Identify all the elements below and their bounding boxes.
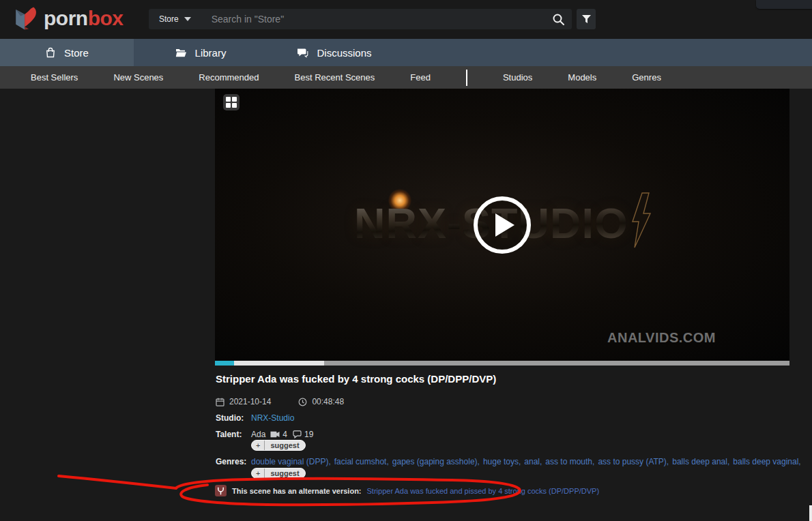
tab-discussions-label: Discussions (317, 47, 371, 59)
genre-comma: , (798, 457, 800, 466)
genre-comma: , (592, 457, 594, 466)
search-input[interactable] (199, 14, 545, 25)
plus-icon: + (252, 468, 265, 478)
scene-page: NRX-STUDIO ANALVIDS.COM Stripper Ada was… (215, 89, 812, 521)
chevron-down-icon (184, 17, 191, 21)
comment-bubble-icon (293, 430, 302, 438)
tab-library[interactable]: Library (134, 39, 267, 66)
search-bar: Store (149, 9, 572, 29)
studio-row: Studio: NRX-Studio (216, 413, 294, 423)
genre-comma: , (328, 457, 330, 466)
subnav-divider (466, 70, 467, 86)
lightning-bolt-icon (630, 192, 653, 249)
video-player[interactable]: NRX-STUDIO ANALVIDS.COM (215, 89, 789, 366)
subnav-link[interactable]: Best Sellers (31, 72, 78, 83)
top-header: pornbox Store (0, 0, 812, 39)
brand-logo-text: pornbox (44, 7, 124, 30)
scene-title: Stripper Ada was fucked by 4 strong cock… (216, 373, 496, 385)
filter-button[interactable] (577, 9, 596, 29)
suggest-genre-button[interactable]: + suggest (251, 468, 306, 479)
play-icon (495, 213, 514, 237)
genres-label: Genres: (216, 457, 251, 466)
grid-view-button[interactable] (223, 94, 240, 110)
fork-icon (215, 485, 227, 496)
search-scope-label: Store (159, 14, 179, 24)
search-icon (552, 13, 565, 26)
genre-link[interactable]: ass to mouth (545, 457, 592, 466)
speech-bubble-icon (297, 48, 308, 58)
talent-scene-count: 4 (282, 430, 287, 439)
talent-comment-count: 19 (304, 430, 313, 439)
shopping-bag-icon (45, 47, 56, 58)
subnav-link[interactable]: Feed (410, 72, 431, 83)
subnav-link[interactable]: Best Recent Scenes (295, 72, 375, 83)
subnav-left-group: Best SellersNew ScenesRecommendedBest Re… (31, 72, 431, 83)
search-button[interactable] (545, 9, 572, 29)
genres-list: double vaginal (DPP),facial cumshot,gape… (251, 457, 800, 466)
subnav-link[interactable]: Genres (632, 72, 661, 83)
genre-comma: , (667, 457, 669, 466)
subnav-link[interactable]: Recommended (199, 72, 259, 83)
release-date: 2021-10-14 (229, 397, 271, 406)
studio-label: Studio: (216, 413, 251, 423)
genre-comma: , (519, 457, 521, 466)
genre-comma: , (540, 457, 542, 466)
subnav-link[interactable]: Studios (503, 72, 532, 83)
subnav-link[interactable]: Models (568, 72, 596, 83)
alternate-version-notice: This scene has an alternate version: Str… (215, 485, 599, 496)
plus-icon: + (252, 441, 265, 450)
progress-played (215, 361, 234, 366)
clock-icon (298, 398, 307, 406)
funnel-icon (581, 14, 592, 25)
video-camera-icon (270, 431, 280, 438)
genre-link[interactable]: double vaginal (DPP) (251, 457, 328, 466)
top-right-panel (756, 0, 812, 9)
progress-buffered (234, 361, 324, 366)
genre-comma: , (478, 457, 480, 466)
genre-link[interactable]: facial cumshot (334, 457, 387, 466)
video-progress-bar[interactable] (215, 361, 789, 366)
duration-group: 00:48:48 (298, 397, 344, 406)
suggest-talent-button[interactable]: + suggest (251, 440, 306, 451)
subnav-right-group: StudiosModelsGenres (503, 72, 661, 83)
page-corner-element (809, 505, 812, 521)
brand-logo[interactable]: pornbox (12, 5, 124, 32)
genre-link[interactable]: huge toys (483, 457, 519, 466)
genre-comma: , (386, 457, 388, 466)
brand-logo-icon (12, 5, 38, 32)
tab-store-label: Store (64, 47, 89, 59)
tab-store[interactable]: Store (0, 39, 134, 66)
talent-row: Talent: Ada 4 19 (216, 430, 313, 439)
alternate-version-link[interactable]: Stripper Ada was fucked and pissed by 4 … (367, 487, 600, 495)
sub-navigation: Best SellersNew ScenesRecommendedBest Re… (0, 66, 812, 89)
genre-link[interactable]: balls deep anal (672, 457, 727, 466)
play-button[interactable] (474, 196, 531, 254)
alternate-notice-text: This scene has an alternate version: (232, 487, 362, 495)
talent-link[interactable]: Ada (251, 430, 265, 439)
genre-comma: , (727, 457, 729, 466)
main-navigation: Store Library Discussions (0, 39, 812, 66)
subnav-link[interactable]: New Scenes (113, 72, 163, 83)
studio-link[interactable]: NRX-Studio (251, 413, 294, 423)
video-poster: NRX-STUDIO ANALVIDS.COM (215, 89, 789, 361)
genre-link[interactable]: balls deep vaginal (733, 457, 798, 466)
tab-library-label: Library (195, 47, 227, 59)
grid-icon (226, 97, 231, 102)
duration: 00:48:48 (312, 397, 344, 406)
search-scope-dropdown[interactable]: Store (149, 9, 199, 29)
talent-value: Ada 4 19 (251, 430, 313, 439)
genre-link[interactable]: gapes (gaping asshole) (392, 457, 478, 466)
release-date-group: 2021-10-14 (216, 397, 271, 406)
talent-label: Talent: (216, 430, 251, 439)
scene-meta-row: 2021-10-14 00:48:48 (216, 397, 344, 406)
calendar-icon (216, 398, 224, 406)
tab-discussions[interactable]: Discussions (267, 39, 401, 66)
open-folder-icon (175, 48, 187, 58)
genres-row: Genres: double vaginal (DPP),facial cums… (216, 457, 800, 466)
genre-link[interactable]: ass to pussy (ATP) (598, 457, 666, 466)
site-watermark: ANALVIDS.COM (607, 330, 716, 346)
genre-link[interactable]: anal (524, 457, 540, 466)
